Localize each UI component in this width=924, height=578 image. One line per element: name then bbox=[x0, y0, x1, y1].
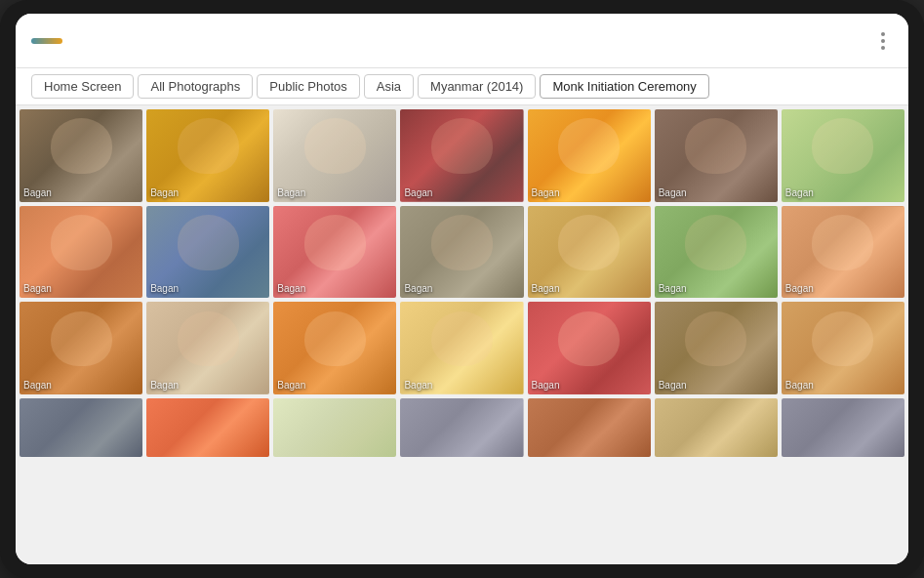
photo-label-11: Bagan bbox=[404, 283, 432, 294]
photo-row-2: BaganBaganBaganBaganBaganBaganBagan bbox=[20, 302, 904, 394]
photo-cell-6[interactable]: Bagan bbox=[655, 109, 778, 202]
zenfolio-logo bbox=[31, 37, 62, 44]
photo-label-19: Bagan bbox=[532, 380, 560, 391]
screen: Home ScreenAll PhotographsPublic PhotosA… bbox=[16, 14, 908, 564]
face-hint-3 bbox=[304, 118, 366, 174]
photo-cell-5[interactable]: Bagan bbox=[528, 109, 651, 202]
photo-label-14: Bagan bbox=[785, 283, 814, 294]
photo-label-4: Bagan bbox=[404, 187, 432, 198]
face-hint-19 bbox=[558, 311, 620, 367]
photo-cell-18[interactable]: Bagan bbox=[400, 302, 523, 394]
photo-cell-19[interactable]: Bagan bbox=[528, 302, 651, 394]
photo-label-15: Bagan bbox=[23, 380, 52, 391]
face-hint-8 bbox=[51, 215, 112, 270]
menu-dot-2 bbox=[881, 39, 885, 43]
photo-row-3 bbox=[20, 398, 904, 457]
photo-row-0: BaganBaganBaganBaganBaganBaganBagan bbox=[20, 109, 904, 202]
photo-cell-24[interactable] bbox=[273, 398, 396, 457]
photo-cell-12[interactable]: Bagan bbox=[528, 206, 651, 299]
photo-cell-25[interactable] bbox=[400, 398, 523, 457]
face-hint-15 bbox=[51, 311, 112, 367]
photo-cell-16[interactable]: Bagan bbox=[146, 302, 269, 394]
photo-label-20: Bagan bbox=[659, 380, 687, 391]
face-hint-2 bbox=[178, 118, 239, 174]
tablet-frame: Home ScreenAll PhotographsPublic PhotosA… bbox=[0, 0, 924, 578]
breadcrumb-item-home[interactable]: Home Screen bbox=[31, 74, 134, 99]
face-hint-12 bbox=[558, 215, 620, 270]
face-hint-14 bbox=[812, 215, 873, 270]
breadcrumb-item-asia[interactable]: Asia bbox=[364, 74, 414, 99]
face-hint-11 bbox=[431, 215, 493, 270]
photo-label-21: Bagan bbox=[785, 380, 814, 391]
face-hint-1 bbox=[51, 118, 112, 174]
photo-cell-15[interactable]: Bagan bbox=[20, 302, 142, 394]
photo-label-10: Bagan bbox=[277, 283, 305, 294]
breadcrumb-item-myanmar[interactable]: Myanmar (2014) bbox=[418, 74, 536, 99]
photo-cell-27[interactable] bbox=[655, 398, 778, 457]
photo-cell-13[interactable]: Bagan bbox=[655, 206, 778, 299]
photo-cell-20[interactable]: Bagan bbox=[655, 302, 778, 394]
breadcrumb-item-all-photos[interactable]: All Photographs bbox=[138, 74, 253, 99]
photo-label-9: Bagan bbox=[150, 283, 179, 294]
breadcrumb-nav: Home ScreenAll PhotographsPublic PhotosA… bbox=[16, 68, 908, 105]
photo-label-5: Bagan bbox=[532, 187, 560, 198]
face-hint-21 bbox=[812, 311, 873, 367]
photo-label-13: Bagan bbox=[659, 283, 687, 294]
face-hint-4 bbox=[431, 118, 493, 174]
photo-cell-2[interactable]: Bagan bbox=[146, 109, 269, 202]
photo-cell-17[interactable]: Bagan bbox=[273, 302, 396, 394]
photo-label-6: Bagan bbox=[659, 187, 687, 198]
photo-label-2: Bagan bbox=[150, 187, 179, 198]
menu-dot-3 bbox=[881, 46, 885, 50]
photo-cell-3[interactable]: Bagan bbox=[273, 109, 396, 202]
photo-cell-1[interactable]: Bagan bbox=[20, 109, 142, 202]
photo-grid: BaganBaganBaganBaganBaganBaganBaganBagan… bbox=[16, 105, 908, 564]
breadcrumb-item-public-photos[interactable]: Public Photos bbox=[257, 74, 360, 99]
photo-cell-21[interactable]: Bagan bbox=[782, 302, 904, 394]
photo-cell-7[interactable]: Bagan bbox=[782, 109, 904, 202]
photo-label-12: Bagan bbox=[532, 283, 560, 294]
photo-label-1: Bagan bbox=[23, 187, 52, 198]
breadcrumb-item-ceremony[interactable]: Monk Initiation Ceremony bbox=[540, 74, 708, 99]
photo-cell-28[interactable] bbox=[782, 398, 904, 457]
photo-cell-9[interactable]: Bagan bbox=[146, 206, 269, 299]
logo-swoosh bbox=[31, 38, 62, 44]
photo-cell-4[interactable]: Bagan bbox=[400, 109, 523, 202]
photo-cell-8[interactable]: Bagan bbox=[20, 206, 142, 299]
photo-cell-14[interactable]: Bagan bbox=[782, 206, 904, 299]
header-left bbox=[31, 37, 72, 44]
photo-cell-23[interactable] bbox=[146, 398, 269, 457]
photo-cell-11[interactable]: Bagan bbox=[400, 206, 523, 299]
face-hint-5 bbox=[558, 118, 620, 174]
photo-label-18: Bagan bbox=[404, 380, 432, 391]
face-hint-16 bbox=[178, 311, 239, 367]
face-hint-13 bbox=[685, 215, 746, 270]
face-hint-6 bbox=[685, 118, 746, 174]
face-hint-20 bbox=[685, 311, 746, 367]
photo-cell-26[interactable] bbox=[528, 398, 651, 457]
photo-cell-10[interactable]: Bagan bbox=[273, 206, 396, 299]
photo-label-3: Bagan bbox=[277, 187, 305, 198]
menu-dot-1 bbox=[881, 32, 885, 36]
header bbox=[16, 14, 908, 68]
photo-cell-22[interactable] bbox=[20, 398, 142, 457]
face-hint-7 bbox=[812, 118, 873, 174]
face-hint-17 bbox=[304, 311, 366, 367]
photo-label-17: Bagan bbox=[277, 380, 305, 391]
more-menu-button[interactable] bbox=[873, 24, 893, 58]
photo-label-8: Bagan bbox=[23, 283, 52, 294]
photo-row-1: BaganBaganBaganBaganBaganBaganBagan bbox=[20, 206, 904, 299]
face-hint-18 bbox=[431, 311, 493, 367]
photo-label-16: Bagan bbox=[150, 380, 179, 391]
photo-label-7: Bagan bbox=[785, 187, 814, 198]
face-hint-9 bbox=[178, 215, 239, 270]
face-hint-10 bbox=[304, 215, 366, 270]
